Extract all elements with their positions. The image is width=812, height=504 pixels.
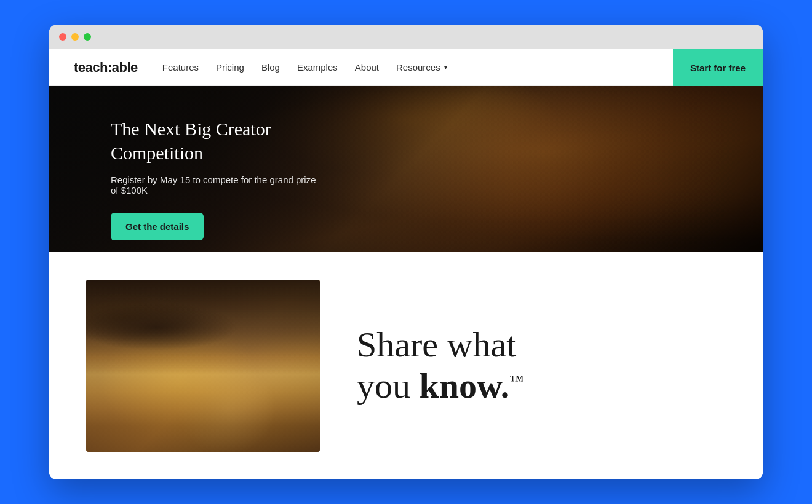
nav-pricing[interactable]: Pricing (216, 62, 244, 73)
chevron-down-icon: ▾ (444, 64, 447, 71)
nav-about[interactable]: About (355, 62, 379, 73)
lower-section: Share what you know.™ (49, 252, 763, 479)
nav-resources[interactable]: Resources ▾ (396, 62, 447, 73)
minimize-button-icon[interactable] (71, 33, 79, 41)
nav-right: Log in Start for free (676, 62, 738, 73)
site-container: teach:able Features Pricing Blog Example… (49, 49, 763, 479)
site-logo[interactable]: teach:able (74, 60, 138, 76)
navbar: teach:able Features Pricing Blog Example… (49, 49, 763, 86)
trademark-symbol: ™ (509, 372, 524, 388)
get-details-button[interactable]: Get the details (111, 213, 204, 240)
maximize-button-icon[interactable] (84, 33, 91, 41)
browser-chrome (49, 25, 763, 49)
browser-window: teach:able Features Pricing Blog Example… (49, 25, 763, 479)
woodworking-image (86, 280, 320, 452)
tagline-line2: you know.™ (357, 366, 524, 406)
nav-features[interactable]: Features (162, 62, 199, 73)
hero-title: The Next Big Creator Competition (111, 117, 326, 165)
start-for-free-button[interactable]: Start for free (673, 49, 763, 86)
tagline-bold-word: know. (420, 366, 510, 406)
hero-subtitle: Register by May 15 to compete for the gr… (111, 175, 326, 195)
nav-links: Features Pricing Blog Examples About Res… (162, 62, 676, 73)
nav-blog[interactable]: Blog (261, 62, 280, 73)
tagline-area: Share what you know.™ (357, 325, 726, 406)
close-button-icon[interactable] (59, 33, 66, 41)
tagline: Share what you know.™ (357, 325, 726, 406)
hero-content: The Next Big Creator Competition Registe… (49, 86, 388, 252)
hero-section: The Next Big Creator Competition Registe… (49, 86, 763, 252)
tagline-line1: Share what (357, 325, 516, 364)
nav-examples[interactable]: Examples (297, 62, 338, 73)
